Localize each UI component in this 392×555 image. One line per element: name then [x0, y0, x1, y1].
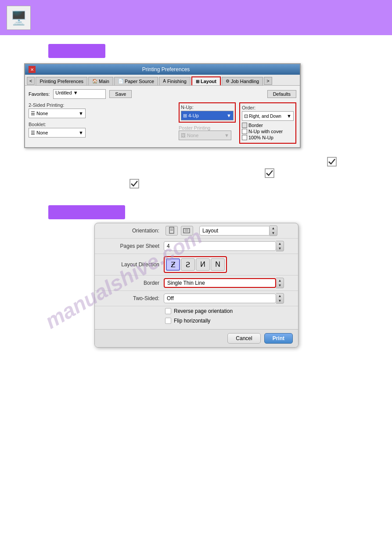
- flip-horizontal-label: Flip horizontally: [174, 318, 210, 324]
- reverse-page-checkbox[interactable]: [165, 308, 171, 314]
- pps-stepper-up[interactable]: ▲: [276, 241, 284, 246]
- defaults-button[interactable]: Defaults: [267, 90, 296, 98]
- border-checkbox-label: Border: [248, 123, 263, 128]
- orient-portrait-button[interactable]: [165, 226, 178, 236]
- check1: [129, 179, 139, 190]
- dir-btn-s[interactable]: Ƨ: [181, 258, 195, 271]
- orientation-row: Orientation: Layout: [95, 223, 298, 239]
- check3: [327, 157, 337, 168]
- mac-button-row: Cancel Print: [95, 329, 298, 347]
- order-dropdown[interactable]: ⊡ Right, and Down ▼: [242, 111, 294, 121]
- border-dropdown[interactable]: Single Thin Line: [164, 278, 276, 288]
- favorites-dropdown[interactable]: Untitled ▼: [53, 89, 106, 99]
- mac-dialog: Orientation: Layout: [94, 223, 298, 348]
- tab-paper-source[interactable]: 📄 Paper Source: [114, 77, 158, 85]
- cancel-button[interactable]: Cancel: [227, 333, 260, 344]
- poster-dropdown[interactable]: 🖼 None ▼: [179, 131, 231, 140]
- orient-landscape-button[interactable]: [181, 226, 193, 236]
- two-sided-stepper[interactable]: ▲ ▼: [276, 293, 284, 304]
- nup-cover-checkbox-row: N-Up with cover: [242, 129, 294, 134]
- tab-main[interactable]: 🏠 Main: [88, 77, 113, 85]
- favorites-chevron-icon: ▼: [73, 90, 78, 95]
- job-icon: ⚙: [226, 79, 230, 83]
- two-sided-stepper-down[interactable]: ▼: [276, 298, 284, 303]
- nup-value: 4-Up: [188, 113, 227, 118]
- poster-value: None: [187, 133, 224, 138]
- layout-direction-row: Layout Direction Ƶ Ƨ И N: [95, 254, 298, 276]
- layout-stepper-up[interactable]: ▲: [270, 226, 277, 231]
- layout-direction-box: Ƶ Ƨ И N: [164, 256, 227, 273]
- favorites-row: Favorites: Untitled ▼ Save Defaults: [29, 89, 296, 99]
- border-checkbox[interactable]: [242, 123, 247, 128]
- two-sided-dropdown[interactable]: ☰ None ▼: [29, 109, 86, 118]
- check2: [265, 168, 274, 179]
- section-bar-2: [48, 205, 125, 219]
- nup-box: N-Up: ⊞ 4-Up ▼: [179, 102, 236, 123]
- two-sided-mac-dropdown[interactable]: Off: [164, 294, 276, 303]
- two-sided-row: Two-Sided: Off ▲ ▼: [95, 291, 298, 306]
- win-close-button[interactable]: ✕: [29, 66, 36, 73]
- left-panel: 2-Sided Printing: ☰ None ▼ Booklet: ☰ No…: [29, 102, 175, 144]
- border-stepper[interactable]: ▲ ▼: [276, 278, 284, 288]
- two-sided-value: None: [36, 111, 79, 116]
- poster-section: Poster Printing 🖼 None ▼: [179, 125, 236, 140]
- border-stepper-down[interactable]: ▼: [276, 283, 284, 288]
- hundred-nup-checkbox[interactable]: [242, 135, 247, 140]
- tab-finishing[interactable]: A Finishing: [159, 77, 191, 85]
- pages-per-sheet-value: 4: [167, 243, 170, 249]
- poster-chevron-icon: ▼: [224, 133, 229, 138]
- order-label: Order:: [242, 105, 294, 110]
- save-button[interactable]: Save: [109, 90, 132, 98]
- layout-stepper-down[interactable]: ▼: [270, 231, 277, 236]
- pages-per-sheet-stepper[interactable]: ▲ ▼: [276, 241, 284, 251]
- border-row-label: Border: [100, 280, 164, 286]
- pps-stepper-down[interactable]: ▼: [276, 246, 284, 251]
- check2-icon: [265, 168, 274, 178]
- tab-layout-label: Layout: [201, 79, 216, 84]
- booklet-dropdown[interactable]: ☰ None ▼: [29, 128, 86, 138]
- nup-cover-label: N-Up with cover: [248, 129, 283, 134]
- tab-main-label: Main: [99, 79, 109, 84]
- landscape-icon: [183, 228, 191, 234]
- print-button[interactable]: Print: [264, 333, 293, 344]
- reverse-page-row: Reverse page orientation: [95, 306, 298, 316]
- dir-btn-n-mirror[interactable]: И: [196, 258, 210, 271]
- dir-btn-z[interactable]: Ƶ: [166, 258, 180, 271]
- border-checkbox-row: Border: [242, 123, 294, 128]
- two-sided-stepper-up[interactable]: ▲: [276, 294, 284, 298]
- pages-per-sheet-row: Pages per Sheet 4 ▲ ▼: [95, 239, 298, 254]
- tab-printing-preferences-label: Printing Preferences: [40, 79, 83, 84]
- orientation-label: Orientation:: [100, 228, 164, 234]
- paper-icon: 📄: [118, 79, 123, 83]
- layout-inline-select[interactable]: Layout: [199, 226, 270, 236]
- order-value: Right, and Down: [249, 114, 287, 119]
- tab-job-handling[interactable]: ⚙ Job Handling: [222, 77, 263, 85]
- layout-stepper[interactable]: ▲ ▼: [270, 225, 277, 236]
- nav-prev-button[interactable]: <: [27, 77, 35, 85]
- booklet-group: Booklet: ☰ None ▼: [29, 122, 175, 138]
- tab-layout[interactable]: ⊞ Layout: [191, 76, 221, 85]
- nav-next-button[interactable]: >: [264, 77, 272, 85]
- layout-value: Layout: [202, 228, 218, 234]
- booklet-value: None: [36, 130, 79, 135]
- booklet-label: Booklet:: [29, 122, 175, 127]
- nup-cover-checkbox[interactable]: [242, 129, 247, 134]
- border-row: Border Single Thin Line ▲ ▼: [95, 276, 298, 291]
- border-stepper-up[interactable]: ▲: [276, 278, 284, 283]
- app-icon: 🖥️: [7, 6, 31, 30]
- nup-chevron-icon: ▼: [227, 113, 231, 118]
- tab-printing-preferences[interactable]: Printing Preferences: [36, 77, 87, 85]
- flip-horizontal-checkbox[interactable]: [165, 318, 171, 324]
- content-area: ✕ Printing Preferences < Printing Prefer…: [0, 63, 392, 201]
- section-bar-1: [48, 44, 105, 58]
- pages-per-sheet-dropdown[interactable]: 4: [164, 241, 276, 251]
- win-title-bar: ✕ Printing Preferences: [25, 64, 300, 75]
- favorites-label: Favorites:: [29, 91, 50, 97]
- booklet-chevron-icon: ▼: [79, 130, 83, 135]
- dir-btn-n[interactable]: N: [211, 258, 225, 271]
- nup-dropdown[interactable]: ⊞ 4-Up ▼: [181, 111, 234, 120]
- poster-label: Poster Printing: [179, 125, 236, 131]
- order-chevron-icon: ▼: [287, 113, 291, 119]
- layout-inline-wrap: Layout ▲ ▼: [199, 225, 277, 236]
- layout-direction-label: Layout Direction: [100, 261, 164, 268]
